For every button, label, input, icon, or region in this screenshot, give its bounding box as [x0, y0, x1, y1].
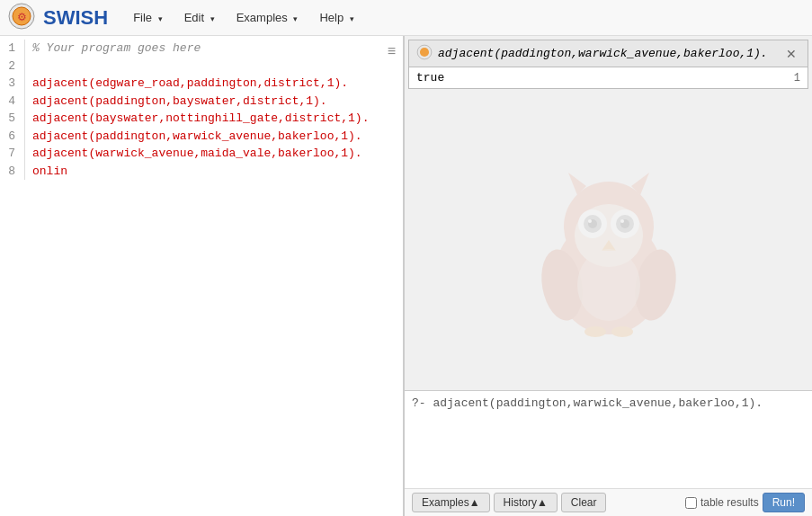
result-text: true	[416, 71, 444, 85]
result-header-icon	[416, 44, 433, 63]
menu-file[interactable]: File ▾	[122, 7, 174, 28]
editor-pane[interactable]: 1 2 3 4 5 6 7 8 % Your program goes here…	[0, 36, 405, 516]
app-logo: ⚙	[7, 2, 40, 33]
editor-content: 1 2 3 4 5 6 7 8 % Your program goes here…	[0, 36, 403, 183]
hamburger-icon[interactable]: ≡	[388, 43, 396, 59]
query-prompt: ?-	[412, 396, 426, 410]
navbar-menu: File ▾ Edit ▾ Examples ▾ Help ▾	[122, 7, 365, 28]
svg-text:⚙: ⚙	[17, 11, 27, 23]
code-line-8: onlin	[32, 163, 403, 181]
code-lines: % Your program goes here adjacent(edgwar…	[32, 40, 403, 180]
main-container: 1 2 3 4 5 6 7 8 % Your program goes here…	[0, 36, 812, 516]
code-line-6: adjacent(paddington,warwick_avenue,baker…	[32, 128, 403, 146]
svg-point-23	[420, 48, 429, 57]
navbar: ⚙ SWISH File ▾ Edit ▾ Examples ▾ Help ▾	[0, 0, 812, 36]
menu-help[interactable]: Help ▾	[308, 7, 364, 28]
result-body: true 1	[408, 67, 808, 89]
code-line-7: adjacent(warwick_avenue,maida_vale,baker…	[32, 145, 403, 163]
table-results-label: table results	[700, 496, 759, 509]
code-line-4: adjacent(paddington,bayswater,district,1…	[32, 93, 403, 111]
query-text: adjacent(paddington,warwick_avenue,baker…	[433, 396, 763, 410]
history-button[interactable]: History▲	[494, 493, 558, 512]
result-header-title: adjacent(paddington,warwick_avenue,baker…	[438, 47, 782, 60]
examples-button[interactable]: Examples▲	[412, 493, 490, 512]
query-toolbar: Examples▲ History▲ Clear table results R…	[405, 488, 812, 516]
right-pane: adjacent(paddington,warwick_avenue,baker…	[405, 36, 812, 516]
code-line-2	[32, 58, 403, 76]
run-button[interactable]: Run!	[763, 493, 805, 512]
code-line-5: adjacent(bayswater,nottinghill_gate,dist…	[32, 110, 403, 128]
table-results-checkbox[interactable]	[685, 497, 697, 509]
code-line-1: % Your program goes here	[32, 40, 403, 58]
result-number: 1	[794, 72, 800, 85]
line-numbers: 1 2 3 4 5 6 7 8	[0, 40, 25, 180]
code-line-3: adjacent(edgware_road,paddington,distric…	[32, 75, 403, 93]
menu-edit[interactable]: Edit ▾	[174, 7, 226, 28]
result-close-button[interactable]: ✕	[782, 47, 800, 61]
query-input-area: ?- adjacent(paddington,warwick_avenue,ba…	[405, 390, 812, 516]
menu-examples[interactable]: Examples ▾	[226, 7, 309, 28]
app-brand: SWISH	[43, 6, 108, 30]
result-header: adjacent(paddington,warwick_avenue,baker…	[408, 40, 808, 67]
clear-button[interactable]: Clear	[561, 493, 607, 512]
query-input-box[interactable]: ?- adjacent(paddington,warwick_avenue,ba…	[405, 391, 812, 488]
table-results-section: table results	[685, 496, 759, 509]
